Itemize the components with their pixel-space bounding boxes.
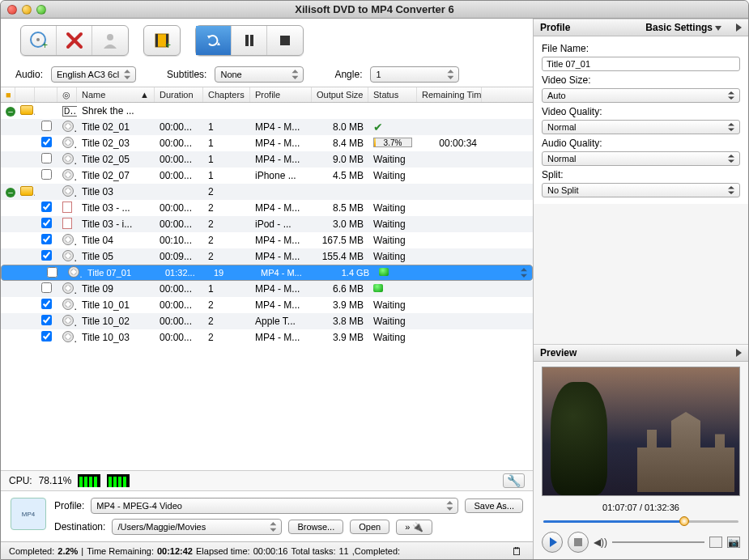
row-checkbox[interactable] [35,218,57,231]
task-table[interactable]: –DQShrek the ...Title 02_0100:00...1MP4 … [1,103,533,470]
row-name: Title 02_01 [77,121,155,133]
row-chapters: 1 [203,170,250,181]
table-row[interactable]: Title 02_0300:00...1MP4 - M...8.4 MB3.7%… [1,135,533,151]
video-size-select[interactable]: Auto [542,88,740,103]
profile-panel-header: Profile Basic Settings [534,19,748,36]
split-select[interactable]: No Split [542,183,740,197]
log-button[interactable]: 🗒 [512,545,525,557]
table-row[interactable]: Title 02_0100:00...1MP4 - M...8.0 MB✔ [1,119,533,135]
col-remaining[interactable]: Remaining Time [417,87,482,102]
row-name: Title 03 [77,186,155,197]
type-icon [57,250,77,264]
profile-select[interactable]: MP4 - MPEG-4 Video [91,498,458,514]
table-row[interactable]: Title 07_0101:32...19MP4 - M...1.4 GB [1,265,533,281]
file-name-input[interactable] [542,57,740,71]
row-status [374,268,423,278]
preview-play-button[interactable] [542,532,563,553]
snapshot-button[interactable]: 📷 [727,537,740,548]
angle-select[interactable]: 1 [370,66,459,83]
row-chapters: 2 [203,332,250,343]
table-row[interactable]: Title 02_0700:00...1iPhone ...4.5 MBWait… [1,168,533,184]
preview-video[interactable] [542,367,740,496]
row-chapters: 1 [203,283,250,295]
row-checkbox[interactable] [35,331,57,344]
audio-select[interactable]: English AC3 6cl [51,66,136,83]
table-row[interactable]: Title 10_0300:00...2MP4 - M...3.9 MBWait… [1,329,533,346]
col-profile[interactable]: Profile [250,87,312,102]
volume-slider[interactable] [612,537,704,547]
table-row[interactable]: Title 0400:10...2MP4 - M...167.5 MBWaiti… [1,232,533,248]
row-status: Waiting [368,316,417,327]
stop-button[interactable] [267,26,303,55]
table-row[interactable]: –DQShrek the ... [1,103,533,119]
col-expand[interactable]: ■ [1,87,15,102]
table-row[interactable]: Title 0500:09...2MP4 - M...155.4 MBWaiti… [1,248,533,265]
post-action-button[interactable]: » 🔌 [396,520,432,535]
row-checkbox[interactable] [35,202,57,214]
row-status: Waiting [368,332,417,343]
row-duration: 00:00... [155,332,203,343]
row-checkbox[interactable] [35,169,57,182]
table-row[interactable]: Title 0900:00...1MP4 - M...6.6 MB [1,281,533,297]
col-output-size[interactable]: Output Size [312,87,368,102]
row-checkbox[interactable] [35,250,57,263]
convert-button[interactable] [196,26,232,55]
save-as-button[interactable]: Save As... [465,498,523,513]
pause-button[interactable] [232,26,267,55]
row-size: 8.0 MB [312,121,368,133]
row-duration: 00:10... [155,235,203,246]
col-name[interactable]: Name ▲ [77,87,155,102]
profile-format-icon: MP4 [11,498,46,530]
svg-text:+: + [165,40,171,50]
audio-label: Audio: [15,69,43,80]
add-disc-button[interactable]: + [21,26,57,55]
preview-stop-button[interactable] [568,532,589,553]
row-checkbox[interactable] [35,299,57,312]
col-chapters[interactable]: Chapters [203,87,250,102]
svg-rect-5 [155,34,158,47]
row-checkbox[interactable] [35,121,57,134]
row-checkbox[interactable] [35,315,57,328]
row-checkbox[interactable] [35,137,57,150]
row-status: Waiting [368,299,417,311]
table-row[interactable]: Title 03 - ...00:00...2MP4 - M...8.5 MBW… [1,200,533,216]
profile-panel-toggle[interactable] [736,23,742,32]
svg-text:+: + [42,40,48,50]
row-size: 155.4 MB [312,251,368,262]
col-status[interactable]: Status [368,87,417,102]
preview-seek-slider[interactable] [543,515,738,527]
table-row[interactable]: Title 02_0500:00...1MP4 - M...9.0 MBWait… [1,151,533,168]
source-options-row: Audio: English AC3 6cl Subtitles: None A… [1,62,533,87]
table-row[interactable]: Title 10_0100:00...2MP4 - M...3.9 MBWait… [1,297,533,313]
row-checkbox[interactable] [35,282,57,295]
subtitles-select[interactable]: None [215,66,304,83]
col-type-icon[interactable]: ◎ [57,87,77,102]
table-row[interactable]: –Title 032 [1,184,533,200]
expand-toggle[interactable]: – [1,105,15,117]
row-name: Title 04 [77,235,155,246]
fullscreen-button[interactable] [709,537,722,548]
destination-select[interactable]: /Users/Maggie/Movies [112,519,282,535]
row-checkbox[interactable] [35,234,57,247]
col-duration[interactable]: Duration [155,87,203,102]
type-icon [57,185,77,199]
angle-label: Angle: [334,69,362,80]
table-row[interactable]: Title 03 - i...00:00...2iPod - ...3.0 MB… [1,216,533,232]
browse-button[interactable]: Browse... [288,520,343,534]
row-chapters: 2 [203,186,250,197]
settings-button[interactable]: 🔧 [503,473,525,488]
preview-panel-toggle[interactable] [736,349,742,357]
expand-toggle[interactable]: – [1,186,15,197]
row-checkbox[interactable] [35,153,57,166]
row-name: Shrek the ... [77,105,155,117]
clip-button[interactable]: + [144,26,180,55]
remove-button[interactable] [57,26,92,55]
basic-settings-menu[interactable]: Basic Settings [645,22,721,33]
video-quality-select[interactable]: Normal [542,120,740,134]
table-row[interactable]: Title 10_0200:00...2Apple T...3.8 MBWait… [1,313,533,329]
account-button[interactable] [92,26,128,55]
audio-quality-select[interactable]: Normal [542,151,740,166]
open-button[interactable]: Open [350,520,389,534]
row-checkbox[interactable] [40,267,63,279]
mute-icon[interactable]: ◀)) [594,537,607,548]
